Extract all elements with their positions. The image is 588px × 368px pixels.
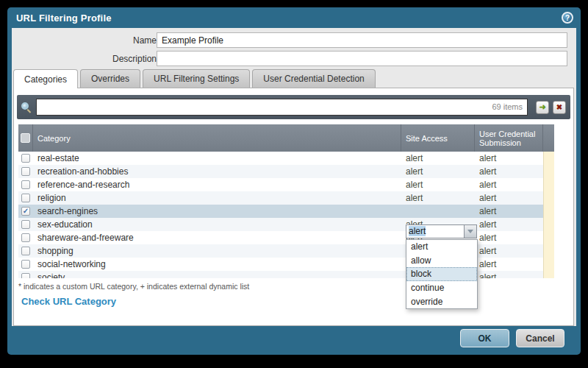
column-header-user-credential[interactable]: User Credential Submission [475,124,543,152]
row-checkbox-cell [18,191,33,205]
user-credential-cell[interactable]: alert [475,218,543,231]
dialog-title: URL Filtering Profile [16,13,112,24]
site-access-combo-input[interactable]: alert [406,224,465,238]
tab-overrides[interactable]: Overrides [80,69,140,88]
search-icon [21,102,32,113]
category-cell[interactable]: society [33,271,401,278]
table-row[interactable]: real-estatealertalert [18,152,554,165]
combobox-dropdown-icon[interactable] [465,224,477,238]
user-credential-cell[interactable]: alert [475,152,543,165]
filter-input[interactable] [36,99,528,116]
dropdown-option-block[interactable]: block [406,267,477,281]
help-icon[interactable]: ? [562,12,573,24]
checkbox-unchecked[interactable] [21,273,30,278]
row-checkbox-cell [18,178,33,191]
user-credential-cell[interactable]: alert [475,258,543,271]
apply-filter-icon[interactable]: ➜ [536,101,549,114]
category-cell[interactable]: reference-and-research [33,178,401,191]
checkbox-unchecked[interactable] [21,233,30,242]
description-field[interactable] [157,51,567,66]
select-all-checkbox[interactable] [21,133,30,143]
clear-filter-icon[interactable]: ✖ [553,101,566,114]
row-checkbox-cell: ✓ [18,205,33,218]
user-credential-cell[interactable]: alert [475,205,543,218]
dialog-titlebar: URL Filtering Profile [7,7,581,28]
site-access-cell[interactable] [401,205,475,218]
checkbox-unchecked[interactable] [21,260,30,269]
user-credential-cell[interactable]: alert [475,271,543,278]
row-checkbox-cell [18,218,33,231]
dropdown-option-alert[interactable]: alert [406,240,477,254]
user-credential-cell[interactable]: alert [475,165,543,178]
tab-url-filtering-settings[interactable]: URL Filtering Settings [143,69,250,88]
description-label: Description [112,54,157,64]
site-access-cell[interactable]: alert [401,152,475,165]
row-checkbox-cell [18,258,33,271]
row-checkbox-cell [18,231,33,244]
name-field[interactable] [157,32,567,48]
table-row[interactable]: reference-and-researchalertalert [18,178,554,191]
category-cell[interactable]: shareware-and-freeware [33,231,401,244]
table-row[interactable]: religionalertalert [18,191,554,205]
checkbox-unchecked[interactable] [21,180,30,189]
table-row[interactable]: recreation-and-hobbiesalertalert [18,165,554,178]
category-cell[interactable]: shopping [33,244,401,258]
check-url-category-link[interactable]: Check URL Category [21,296,116,307]
categories-panel: 69 items ➜ ✖ Category Site Access User C… [13,88,574,326]
user-credential-cell[interactable]: alert [475,244,543,258]
name-row: Name [12,32,576,47]
dialog-body: Name Description CategoriesOverridesURL … [12,28,576,326]
table-header: Category Site Access User Credential Sub… [18,124,554,152]
cancel-button[interactable]: Cancel [516,329,564,347]
column-header-spacer [543,124,554,152]
site-access-cell[interactable]: alert [401,191,475,205]
url-filtering-profile-dialog: URL Filtering Profile ? Name Description… [7,7,581,355]
site-access-cell[interactable]: alert [401,165,475,178]
category-cell[interactable]: sex-education [33,218,401,231]
category-cell[interactable]: religion [33,191,401,205]
row-checkbox-cell [18,165,33,178]
row-checkbox-cell [18,244,33,258]
checkbox-checked[interactable]: ✓ [21,207,30,216]
scrollbar-track[interactable] [543,152,554,278]
name-label: Name [133,35,157,46]
checkbox-unchecked[interactable] [21,220,30,229]
category-cell[interactable]: recreation-and-hobbies [33,165,401,178]
column-header-category[interactable]: Category [33,124,401,152]
filter-toolbar: 69 items ➜ ✖ [17,95,570,119]
table-footnote: * indicates a custom URL category, + ind… [18,282,249,291]
column-header-site-access[interactable]: Site Access [401,124,475,152]
checkbox-unchecked[interactable] [21,194,30,202]
user-credential-cell[interactable]: alert [475,191,543,205]
tab-categories[interactable]: Categories [13,69,78,88]
tab-user-credential-detection[interactable]: User Credential Detection [252,69,375,88]
site-access-dropdown-list: alertallowblockcontinueoverride [406,239,478,309]
dialog-footer: OK Cancel [7,326,581,355]
user-credential-cell[interactable]: alert [475,231,543,244]
dropdown-option-override[interactable]: override [406,294,477,308]
dropdown-option-allow[interactable]: allow [406,254,477,268]
ok-button[interactable]: OK [460,329,509,347]
category-cell[interactable]: real-estate [33,152,401,165]
site-access-cell[interactable]: alert [401,178,475,191]
site-access-combobox: alert [406,224,477,238]
checkbox-unchecked[interactable] [21,247,30,255]
user-credential-cell[interactable]: alert [475,178,543,191]
category-cell[interactable]: social-networking [33,258,401,271]
description-row: Description [12,51,576,66]
table-row[interactable]: ✓search-enginesalert [18,205,554,218]
checkbox-unchecked[interactable] [21,167,30,176]
row-checkbox-cell [18,152,33,165]
dropdown-option-continue[interactable]: continue [406,281,477,295]
row-checkbox-cell [18,271,33,278]
select-all-cell[interactable] [18,124,33,152]
category-cell[interactable]: search-engines [33,205,401,218]
checkbox-unchecked[interactable] [21,154,30,163]
tab-bar: CategoriesOverridesURL Filtering Setting… [13,69,378,88]
